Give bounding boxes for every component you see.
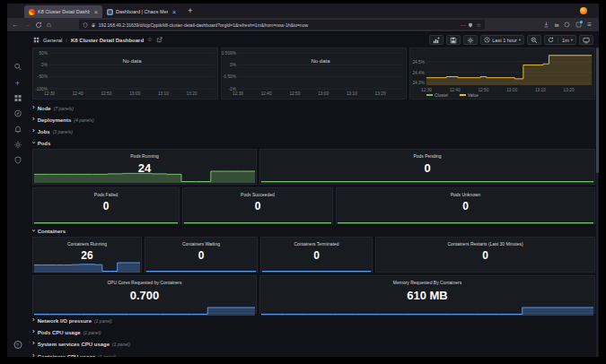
close-tab-icon[interactable]: × [94, 9, 98, 15]
panel-graph-nodata-2[interactable]: 0.500%0%-0.50%-1%12:3012:4012:5013:0013:… [221, 48, 407, 100]
panel-pods-failed[interactable]: Pods Failed 0 [32, 187, 180, 224]
row-node[interactable]: › Node (7 panels) [32, 103, 74, 113]
row-deployments[interactable]: › Deployments (4 panels) [32, 115, 94, 125]
chevron-right-icon: › [32, 127, 35, 134]
help-icon[interactable]: ? [13, 341, 22, 349]
add-panel-button[interactable] [429, 35, 444, 45]
dashboards-icon[interactable] [13, 94, 22, 102]
tab-chaos-mesh[interactable]: Dashboard | Chaos Mesh D × [102, 5, 180, 18]
caret-down-icon: ▾ [571, 38, 573, 42]
close-tab-icon[interactable]: × [172, 9, 176, 15]
panel-title[interactable]: Pods Unknown [337, 192, 594, 197]
panel-pods-pending[interactable]: Pods Pending 0 [259, 149, 595, 185]
svg-text:12:40: 12:40 [261, 91, 272, 96]
breadcrumb-folder[interactable]: General [43, 38, 62, 43]
permissions-shield-icon[interactable] [83, 22, 88, 28]
panel-title[interactable]: Containers Terminated [261, 241, 372, 247]
row-jobs[interactable]: › Jobs (3 panels) [32, 126, 73, 136]
row-containers[interactable]: › Containers [32, 226, 66, 236]
svg-text:24.4%: 24.4% [412, 71, 425, 75]
url-bar[interactable]: 192.168.49.2:31639/d/icjpCppik/k8-cluste… [79, 20, 485, 30]
home-icon[interactable]: ⌂ [47, 22, 51, 29]
tab-k8-dashboard[interactable]: K8 Cluster Detail Dashboa × [24, 5, 102, 18]
panel-containers-terminated[interactable]: Containers Terminated 0 [260, 237, 373, 273]
create-plus-icon[interactable]: + [15, 79, 20, 88]
panel-title[interactable]: Pods Succeeded [183, 192, 332, 197]
time-range-picker[interactable]: Last 1 hour ▾ [480, 35, 524, 45]
panel-memory-requested[interactable]: Memory Requested By Containers 610 MB [259, 275, 595, 314]
row-network-io[interactable]: › Network I/O pressure (1 panel) [32, 316, 112, 325]
forward-icon[interactable]: → [23, 22, 31, 29]
svg-text:0.500%: 0.500% [222, 51, 237, 56]
chevron-right-icon: › [32, 116, 35, 123]
dashboards-grid-icon [33, 37, 40, 43]
chevron-down-icon: › [30, 229, 37, 231]
panel-title[interactable]: Pods Pending [260, 153, 594, 159]
alerting-bell-icon[interactable] [13, 126, 22, 134]
extension-circle-icon[interactable] [564, 22, 570, 28]
downloads-icon[interactable] [543, 22, 549, 28]
insecure-lock-icon[interactable] [91, 22, 96, 28]
url-text[interactable]: 192.168.49.2:31639/d/icjpCppik/k8-cluste… [99, 22, 458, 28]
row-system-cpu[interactable]: › System services CPU usage (1 panel) [32, 339, 130, 349]
panel-containers-restarts[interactable]: Containers Restarts (Last 30 Minutes) 0 [375, 237, 595, 273]
search-icon[interactable] [13, 63, 22, 71]
row-pods-cpu[interactable]: › Pods CPU usage (1 panel) [32, 327, 101, 337]
profile-icon[interactable] [580, 7, 587, 14]
svg-text:12:30: 12:30 [233, 91, 243, 96]
panel-cpu-requested[interactable]: CPU Cores Requested by Containers 0.700 [32, 275, 257, 314]
favorite-star-icon[interactable]: ☆ [147, 37, 153, 43]
panel-title[interactable]: Containers Waiting [145, 241, 257, 247]
zoom-out-button[interactable] [527, 35, 541, 45]
svg-text:13:10: 13:10 [535, 88, 546, 92]
panel-pods-running[interactable]: Pods Running 24 [32, 149, 257, 185]
tracking-shield-icon[interactable] [468, 22, 473, 28]
extension-badge-icon[interactable] [575, 22, 582, 28]
scrollbar-thumb[interactable] [596, 48, 599, 173]
svg-text:Cluster: Cluster [435, 93, 449, 98]
reload-icon[interactable] [35, 22, 42, 29]
panel-title[interactable]: Pods Failed [33, 192, 179, 197]
refresh-interval-label: 1m [562, 38, 569, 43]
share-icon[interactable] [156, 37, 162, 43]
row-pods[interactable]: › Pods [32, 138, 50, 148]
panel-title[interactable]: Containers Running [33, 241, 141, 247]
explore-compass-icon[interactable] [13, 109, 22, 117]
dashboard-settings-button[interactable] [463, 35, 478, 45]
tab-bar: K8 Cluster Detail Dashboa × Dashboard | … [7, 4, 599, 18]
browser-window: K8 Cluster Detail Dashboa × Dashboard | … [7, 4, 599, 357]
panel-pods-succeeded[interactable]: Pods Succeeded 0 [182, 187, 333, 224]
menu-icon[interactable]: ≡ [587, 22, 592, 29]
back-icon[interactable]: ← [12, 22, 19, 29]
configuration-gear-icon[interactable] [13, 141, 22, 149]
panel-pods-unknown[interactable]: Pods Unknown 0 [336, 187, 595, 224]
linkedin-extension-icon[interactable]: in [555, 22, 558, 28]
panel-containers-running[interactable]: Containers Running 26 [32, 237, 142, 273]
dashboard-canvas: 50%0%-50%-100%12:3012:4012:5013:0013:101… [28, 48, 599, 357]
svg-text:12:40: 12:40 [73, 91, 83, 96]
panel-graph-nodata-1[interactable]: 50%0%-50%-100%12:3012:4012:5013:0013:101… [32, 48, 218, 100]
row-containers-cpu[interactable]: › Containers CPU usage (1 panel) [32, 351, 116, 357]
caret-down-icon: ▾ [519, 38, 521, 42]
svg-text:No data: No data [122, 58, 142, 64]
bookmark-star-icon[interactable]: ☆ [476, 22, 480, 28]
refresh-picker[interactable]: 1m ▾ [544, 35, 576, 45]
more-options-icon[interactable]: ⋯ [460, 22, 465, 28]
kiosk-tv-button[interactable] [579, 35, 593, 45]
panel-title[interactable]: Pods Running [33, 153, 256, 159]
new-tab-button[interactable]: + [188, 4, 192, 17]
save-dashboard-button[interactable] [446, 35, 461, 45]
grafana-sidebar: + ? [7, 32, 28, 357]
svg-text:13:20: 13:20 [187, 91, 198, 96]
panel-graph-cluster-value[interactable]: 24.5%24.4%24.3%12:3012:4012:5013:0013:10… [409, 48, 595, 100]
panel-title[interactable]: CPU Cores Requested by Containers [33, 280, 256, 285]
svg-text:13:20: 13:20 [564, 88, 575, 92]
server-admin-shield-icon[interactable] [13, 156, 22, 164]
svg-text:0%: 0% [230, 63, 237, 67]
sparkline [34, 260, 140, 271]
panel-title[interactable]: Containers Restarts (Last 30 Minutes) [376, 241, 594, 247]
chevron-right-icon: › [32, 340, 35, 347]
dashboard-title[interactable]: K8 Cluster Detail Dashboard [71, 38, 144, 43]
panel-containers-waiting[interactable]: Containers Waiting 0 [145, 237, 258, 273]
panel-title[interactable]: Memory Requested By Containers [260, 280, 594, 285]
